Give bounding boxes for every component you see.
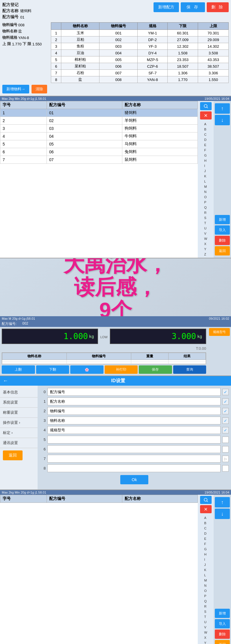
delete-button-2[interactable]: 删除 [215, 236, 230, 245]
back-button[interactable]: 返回 [215, 246, 230, 255]
back-button-5[interactable]: 返回 [215, 640, 230, 644]
alphabet-letter-5[interactable]: E [204, 537, 206, 540]
save-button-3[interactable]: 保存 [139, 365, 172, 374]
alphabet-close-button[interactable]: ✕ [200, 111, 212, 119]
prev-button[interactable]: 上翻 [2, 365, 35, 374]
alphabet-letter-5[interactable]: O [204, 589, 207, 593]
list-item[interactable]: 101猪饲料 [0, 109, 198, 117]
sidebar-calibration[interactable]: 标定 [0, 428, 38, 438]
alphabet-letter-5[interactable]: Y [204, 641, 206, 644]
icon-button[interactable]: 🌸 [70, 365, 104, 374]
sidebar-weigh-settings[interactable]: 称重设置 [0, 408, 38, 418]
alphabet-letter-5[interactable]: M [204, 579, 207, 582]
list-item[interactable]: 404牛饲料 [0, 133, 198, 140]
alphabet-letter[interactable]: S [204, 216, 206, 220]
list-item[interactable]: 202羊饲料 [0, 117, 198, 125]
alphabet-letter[interactable]: C [204, 133, 206, 136]
add-button[interactable]: 新增 [215, 215, 230, 224]
id-input-8[interactable] [47, 464, 221, 472]
alphabet-close-button-5[interactable]: ✕ [200, 505, 212, 513]
import-button[interactable]: 导入 [215, 225, 230, 235]
alphabet-letter[interactable]: Z [204, 253, 206, 256]
id-checkbox-2[interactable] [222, 408, 229, 414]
id-input-3[interactable] [47, 417, 221, 424]
alphabet-letter-5[interactable]: K [204, 568, 206, 572]
nav-down-button-5[interactable]: ↓ [215, 509, 230, 519]
id-checkbox-7[interactable] [222, 456, 229, 462]
delete-button-5[interactable]: 删除 [215, 630, 230, 639]
add-formula-button[interactable]: 新增配方 [154, 2, 179, 12]
alphabet-letter-5[interactable]: D [204, 532, 206, 535]
sidebar-operation-settings[interactable]: 操作设置 [0, 418, 38, 428]
alphabet-letter[interactable]: R [204, 211, 206, 214]
alphabet-letter[interactable]: E [204, 143, 206, 147]
next-button[interactable]: 下翻 [36, 365, 69, 374]
id-input-0[interactable] [47, 388, 221, 396]
query-button[interactable]: 查询 [173, 365, 206, 374]
id-input-4[interactable] [47, 426, 221, 434]
id-checkbox-0[interactable] [222, 389, 229, 395]
alphabet-letter[interactable]: L [204, 180, 206, 183]
nav-down-button[interactable]: ↓ [215, 115, 230, 125]
id-input-2[interactable] [47, 407, 221, 415]
alphabet-search-button-5[interactable] [200, 496, 212, 504]
sidebar-comm-settings[interactable]: 通讯设置 [0, 438, 38, 448]
nav-up-button-5[interactable]: ↑ [215, 497, 230, 507]
alphabet-letter[interactable]: W [204, 237, 207, 240]
alphabet-letter[interactable]: O [204, 195, 207, 199]
alphabet-letter-5[interactable]: G [204, 547, 207, 551]
alphabet-letter[interactable]: V [204, 232, 206, 235]
alphabet-letter-5[interactable]: F [204, 542, 206, 546]
alphabet-letter-5[interactable]: W [204, 631, 207, 634]
list-item[interactable]: 707鼠饲料 [0, 156, 198, 164]
id-input-1[interactable] [47, 398, 221, 405]
alphabet-letter-5[interactable]: I [204, 558, 205, 561]
alphabet-letter[interactable]: M [204, 185, 207, 188]
id-checkbox-8[interactable] [222, 465, 229, 472]
settings-back-button[interactable]: 返回 [3, 450, 23, 460]
ok-button[interactable]: Ok [120, 475, 149, 484]
alphabet-letter-5[interactable]: X [204, 636, 206, 639]
alphabet-letter-5[interactable]: N [204, 584, 206, 587]
alphabet-letter-5[interactable]: A [204, 516, 206, 520]
alphabet-letter-5[interactable]: H [204, 553, 206, 556]
alphabet-letter[interactable]: Q [204, 206, 207, 209]
alphabet-letter-5[interactable]: B [204, 521, 206, 525]
alphabet-letter[interactable]: G [204, 154, 207, 157]
import-button-5[interactable]: 导入 [215, 619, 230, 628]
alphabet-letter[interactable]: B [204, 128, 206, 131]
alphabet-letter-5[interactable]: J [204, 563, 206, 566]
supplement-button[interactable]: 补打印 [105, 365, 138, 374]
alphabet-letter[interactable]: D [204, 138, 206, 141]
alphabet-letter-5[interactable]: C [204, 527, 206, 530]
id-checkbox-4[interactable] [222, 427, 229, 433]
alphabet-letter[interactable]: P [204, 200, 206, 204]
alphabet-letter[interactable]: H [204, 159, 206, 162]
id-checkbox-5[interactable] [222, 437, 229, 443]
nav-up-button[interactable]: ↑ [215, 103, 230, 114]
alphabet-letter[interactable]: F [204, 148, 206, 152]
alphabet-letter[interactable]: I [204, 164, 205, 168]
alphabet-letter[interactable]: A [204, 122, 206, 126]
type-button[interactable]: 规格型号 [209, 328, 230, 336]
alphabet-letter[interactable]: X [204, 242, 206, 246]
id-checkbox-3[interactable] [222, 417, 229, 424]
alphabet-search-button[interactable] [200, 102, 212, 110]
alphabet-letter[interactable]: N [204, 190, 206, 194]
list-item[interactable]: 606兔饲料 [0, 148, 198, 156]
alphabet-letter[interactable]: Y [204, 247, 206, 251]
alphabet-letter-5[interactable]: T [204, 615, 206, 619]
alphabet-letter-5[interactable]: V [204, 625, 206, 629]
id-input-7[interactable] [47, 455, 221, 463]
alphabet-letter-5[interactable]: U [204, 620, 206, 624]
clear-button[interactable]: 清除 [32, 85, 47, 93]
list-item[interactable]: 505马饲料 [0, 140, 198, 148]
alphabet-letter-5[interactable]: S [204, 610, 206, 613]
alphabet-letter[interactable]: U [204, 227, 206, 230]
sidebar-system-settings[interactable]: 系统设置 [0, 398, 38, 408]
alphabet-letter-5[interactable]: Q [204, 599, 207, 603]
id-checkbox-6[interactable] [222, 446, 229, 452]
id-input-6[interactable] [47, 445, 221, 453]
id-checkbox-1[interactable] [222, 398, 229, 405]
add-material-button[interactable]: 新增物料→ [2, 85, 29, 93]
